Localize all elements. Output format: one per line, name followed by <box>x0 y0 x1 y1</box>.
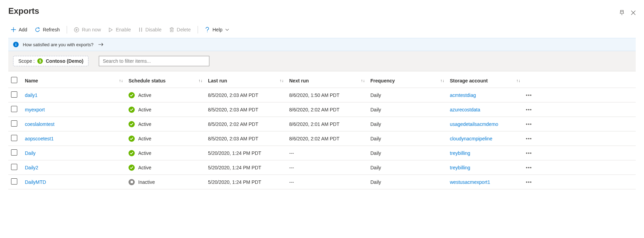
refresh-icon <box>35 27 40 32</box>
close-icon[interactable] <box>631 10 636 15</box>
table-row: DailyMTD Inactive 5/20/2020, 1:24 PM PDT… <box>8 175 636 189</box>
status-icon <box>129 92 135 98</box>
info-icon: i <box>13 42 19 47</box>
row-more-button[interactable]: ••• <box>526 165 532 170</box>
scope-label: Scope : <box>18 58 35 64</box>
row-more-button[interactable]: ••• <box>526 136 532 141</box>
table-header-row: Name↑↓ Schedule status↑↓ Last run↑↓ Next… <box>8 73 636 88</box>
refresh-label: Refresh <box>43 27 60 32</box>
last-run-text: 8/5/2020, 2:03 AM PDT <box>208 107 258 112</box>
row-more-button[interactable]: ••• <box>526 179 532 185</box>
help-button[interactable]: Help <box>202 26 232 34</box>
storage-link[interactable]: westusacmexport1 <box>450 179 490 185</box>
status-text: Active <box>138 92 151 98</box>
export-name-link[interactable]: aopscoetest1 <box>25 136 54 141</box>
row-more-button[interactable]: ••• <box>526 121 532 127</box>
status-text: Active <box>138 107 151 112</box>
add-label: Add <box>19 27 27 32</box>
plus-icon <box>11 27 16 32</box>
row-more-button[interactable]: ••• <box>526 150 532 156</box>
sort-icon[interactable]: ↑↓ <box>440 78 444 83</box>
export-name-link[interactable]: myexport <box>25 107 45 112</box>
row-checkbox[interactable] <box>11 164 17 170</box>
run-now-button[interactable]: Run now <box>71 26 104 34</box>
table-row: myexport Active 8/5/2020, 2:03 AM PDT 8/… <box>8 102 636 117</box>
sort-icon[interactable]: ↑↓ <box>516 78 520 83</box>
disable-button[interactable]: Disable <box>136 26 164 34</box>
export-name-link[interactable]: Daily2 <box>25 165 38 170</box>
status-icon <box>129 136 135 142</box>
sort-icon[interactable]: ↑↓ <box>198 78 202 83</box>
next-run-text: 8/6/2020, 2:02 AM PDT <box>289 107 340 112</box>
filter-input[interactable] <box>99 56 209 66</box>
svg-rect-0 <box>621 10 623 12</box>
refresh-button[interactable]: Refresh <box>32 26 63 34</box>
last-run-text: 8/5/2020, 2:03 AM PDT <box>208 136 258 141</box>
storage-link[interactable]: treybilling <box>450 165 470 170</box>
pause-icon <box>139 27 143 32</box>
status-text: Active <box>138 136 151 141</box>
divider <box>198 26 198 33</box>
storage-link[interactable]: usagedetailsacmdemo <box>450 121 498 127</box>
frequency-text: Daily <box>370 92 381 98</box>
col-frequency-header: Frequency <box>370 78 395 83</box>
next-run-text: 8/6/2020, 1:50 AM PDT <box>289 92 340 98</box>
next-run-text: 8/6/2020, 2:01 AM PDT <box>289 121 340 127</box>
scope-selector[interactable]: Scope : $ Contoso (Demo) <box>13 56 88 66</box>
table-row: coeslalomtest Active 8/5/2020, 2:02 AM P… <box>8 117 636 131</box>
last-run-text: 5/20/2020, 1:24 PM PDT <box>208 150 261 156</box>
delete-button[interactable]: Delete <box>167 26 193 34</box>
frequency-text: Daily <box>370 179 381 185</box>
row-checkbox[interactable] <box>11 106 17 112</box>
chevron-down-icon <box>225 29 229 31</box>
frequency-text: Daily <box>370 165 381 170</box>
storage-link[interactable]: azurecostdata <box>450 107 480 112</box>
export-name-link[interactable]: DailyMTD <box>25 179 46 185</box>
frequency-text: Daily <box>370 136 381 141</box>
svg-point-2 <box>207 31 208 32</box>
pin-icon[interactable] <box>619 10 625 16</box>
add-button[interactable]: Add <box>8 26 30 34</box>
last-run-text: 8/5/2020, 2:03 AM PDT <box>208 92 258 98</box>
status-icon <box>129 165 135 171</box>
help-icon <box>205 27 210 32</box>
arrow-right-icon <box>98 43 104 46</box>
sort-icon[interactable]: ↑↓ <box>280 78 284 83</box>
feedback-banner[interactable]: i How satisfied are you with exports? <box>8 38 636 51</box>
col-storage-header: Storage account <box>450 78 488 83</box>
col-nextrun-header: Next run <box>289 78 309 83</box>
row-more-button[interactable]: ••• <box>526 107 532 112</box>
row-checkbox[interactable] <box>11 135 17 141</box>
export-name-link[interactable]: Daily <box>25 150 36 156</box>
export-name-link[interactable]: coeslalomtest <box>25 121 55 127</box>
storage-link[interactable]: cloudynacmpipeline <box>450 136 492 141</box>
table-row: daily1 Active 8/5/2020, 2:03 AM PDT 8/6/… <box>8 88 636 102</box>
row-checkbox[interactable] <box>11 149 17 156</box>
status-icon <box>129 179 135 185</box>
row-checkbox[interactable] <box>11 91 17 98</box>
last-run-text: 8/5/2020, 2:02 AM PDT <box>208 121 258 127</box>
row-more-button[interactable]: ••• <box>526 92 532 98</box>
row-checkbox[interactable] <box>11 178 17 185</box>
export-name-link[interactable]: daily1 <box>25 92 38 98</box>
delete-label: Delete <box>177 27 191 32</box>
last-run-text: 5/20/2020, 1:24 PM PDT <box>208 179 261 185</box>
feedback-text: How satisfied are you with exports? <box>23 42 93 47</box>
divider <box>67 26 67 33</box>
status-text: Active <box>138 165 151 170</box>
run-now-label: Run now <box>82 27 101 32</box>
sort-icon[interactable]: ↑↓ <box>361 78 365 83</box>
storage-link[interactable]: acmtestdiag <box>450 92 476 98</box>
table-row: Daily2 Active 5/20/2020, 1:24 PM PDT ---… <box>8 160 636 175</box>
row-checkbox[interactable] <box>11 120 17 127</box>
storage-link[interactable]: treybilling <box>450 150 470 156</box>
scope-bar: Scope : $ Contoso (Demo) <box>8 51 636 71</box>
select-all-checkbox[interactable] <box>11 77 17 83</box>
enable-label: Enable <box>116 27 131 32</box>
play-icon <box>108 27 113 32</box>
enable-button[interactable]: Enable <box>106 26 134 34</box>
disable-label: Disable <box>145 27 162 32</box>
status-icon <box>129 107 135 113</box>
sort-icon[interactable]: ↑↓ <box>119 78 123 83</box>
table-row: aopscoetest1 Active 8/5/2020, 2:03 AM PD… <box>8 131 636 146</box>
